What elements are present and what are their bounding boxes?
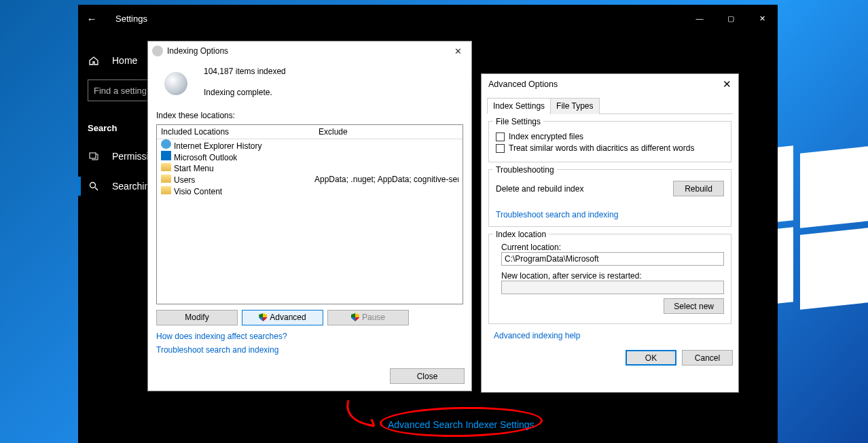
advanced-indexing-help-link[interactable]: Advanced indexing help bbox=[494, 331, 580, 340]
indexing-options-dialog: Indexing Options ✕ 104,187 items indexed… bbox=[147, 41, 472, 391]
svg-line-2 bbox=[95, 188, 98, 190]
maximize-button[interactable]: ▢ bbox=[715, 8, 746, 29]
svg-rect-0 bbox=[90, 153, 96, 158]
tab-index-settings[interactable]: Index Settings bbox=[487, 98, 551, 114]
folder-icon bbox=[161, 163, 171, 171]
group-file-settings: File Settings Index encrypted files Trea… bbox=[488, 121, 731, 162]
back-button[interactable]: ← bbox=[78, 13, 105, 24]
items-indexed: 104,187 items indexed bbox=[204, 66, 286, 77]
modify-button[interactable]: Modify bbox=[156, 310, 238, 325]
advanced-options-dialog: Advanced Options ✕ Index Settings File T… bbox=[481, 73, 739, 393]
group-index-location: Index location Current location: New loc… bbox=[488, 234, 731, 324]
chk-encrypted-row[interactable]: Index encrypted files bbox=[496, 132, 724, 141]
indexing-title: Indexing Options bbox=[167, 46, 228, 56]
indexing-close-footer-button[interactable]: Close bbox=[390, 368, 465, 384]
indexing-close-button[interactable]: ✕ bbox=[448, 46, 467, 56]
advanced-close-button[interactable]: ✕ bbox=[723, 78, 731, 90]
locations-listbox[interactable]: Included Locations Exclude Internet Expl… bbox=[156, 124, 463, 304]
shield-icon bbox=[351, 313, 359, 321]
minimize-button[interactable]: — bbox=[684, 8, 715, 29]
indexing-title-icon bbox=[152, 46, 163, 56]
ol-icon bbox=[161, 151, 171, 160]
location-row[interactable]: Start Menu bbox=[157, 162, 463, 174]
delete-rebuild-label: Delete and rebuild index bbox=[496, 184, 583, 194]
ok-button[interactable]: OK bbox=[626, 350, 676, 366]
select-new-button[interactable]: Select new bbox=[664, 298, 724, 314]
new-location-label: New location, after service is restarted… bbox=[501, 271, 724, 281]
index-these-label: Index these locations: bbox=[156, 111, 463, 120]
chk-encrypted-label: Index encrypted files bbox=[509, 132, 583, 141]
link-troubleshoot-indexing[interactable]: Troubleshoot search and indexing bbox=[156, 343, 278, 357]
pause-button-label: Pause bbox=[362, 313, 385, 322]
advanced-indexer-link[interactable]: Advanced Search Indexer Settings bbox=[388, 419, 535, 430]
col-included[interactable]: Included Locations bbox=[157, 125, 314, 139]
svg-point-1 bbox=[90, 183, 96, 188]
link-troubleshoot-advanced[interactable]: Troubleshoot search and indexing bbox=[496, 210, 618, 219]
location-row[interactable]: Visio Content bbox=[157, 185, 463, 197]
permissions-icon bbox=[88, 150, 100, 162]
search-index-icon bbox=[164, 72, 187, 95]
location-row[interactable]: Internet Explorer History bbox=[157, 139, 463, 151]
advanced-button-label: Advanced bbox=[270, 313, 306, 322]
checkbox-icon bbox=[496, 144, 505, 153]
window-close-button[interactable]: ✕ bbox=[746, 8, 778, 29]
folder-icon bbox=[161, 186, 171, 194]
settings-titlebar: ← Settings — ▢ ✕ bbox=[78, 5, 778, 32]
link-how-indexing[interactable]: How does indexing affect searches? bbox=[156, 330, 287, 343]
annotation-arrow bbox=[342, 393, 382, 434]
settings-title: Settings bbox=[105, 14, 147, 24]
location-row[interactable]: UsersAppData; .nuget; AppData; cognitive… bbox=[157, 174, 463, 185]
index-location-title: Index location bbox=[493, 230, 549, 239]
rebuild-button[interactable]: Rebuild bbox=[673, 181, 724, 196]
chk-diacritics-row[interactable]: Treat similar words with diacritics as d… bbox=[496, 143, 724, 153]
file-settings-title: File Settings bbox=[493, 117, 543, 126]
col-exclude[interactable]: Exclude bbox=[314, 125, 463, 139]
advanced-button[interactable]: Advanced bbox=[242, 310, 323, 325]
home-label: Home bbox=[112, 55, 137, 66]
pause-button: Pause bbox=[327, 310, 409, 325]
current-location-label: Current location: bbox=[501, 243, 724, 252]
chk-diacritics-label: Treat similar words with diacritics as d… bbox=[509, 143, 694, 153]
shield-icon bbox=[259, 313, 267, 321]
checkbox-icon bbox=[496, 132, 505, 141]
troubleshoot-title: Troubleshooting bbox=[493, 165, 557, 175]
advanced-titlebar: Advanced Options ✕ bbox=[482, 74, 738, 94]
advanced-tabs: Index Settings File Types bbox=[487, 97, 733, 114]
search-icon bbox=[88, 180, 100, 192]
home-icon bbox=[88, 54, 100, 67]
location-row[interactable]: Microsoft Outlook bbox=[157, 151, 463, 162]
new-location-field bbox=[501, 281, 724, 294]
cancel-button[interactable]: Cancel bbox=[682, 350, 733, 366]
ie-icon bbox=[161, 139, 171, 149]
tab-file-types[interactable]: File Types bbox=[550, 98, 599, 114]
current-location-field[interactable] bbox=[501, 252, 724, 266]
indexing-status: Indexing complete. bbox=[204, 87, 286, 99]
group-troubleshooting: Troubleshooting Delete and rebuild index… bbox=[488, 169, 731, 227]
advanced-title: Advanced Options bbox=[488, 79, 558, 89]
indexing-titlebar: Indexing Options ✕ bbox=[148, 41, 471, 60]
folder-icon bbox=[161, 175, 171, 183]
